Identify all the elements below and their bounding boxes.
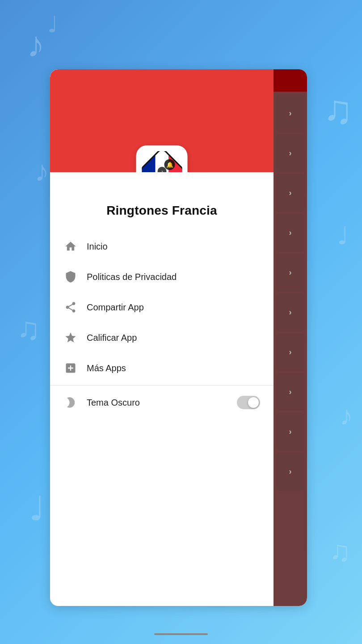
menu-label-privacidad: Politicas de Privacidad: [87, 272, 177, 282]
app-container: 🔔 📞 ♪ Ringtones Francia: [50, 69, 307, 606]
main-panel: 🔔 📞 ♪ Ringtones Francia: [50, 69, 274, 606]
toggle-knob: [248, 397, 259, 408]
menu-item-compartir[interactable]: Compartir App: [50, 292, 274, 322]
home-icon: [63, 239, 78, 254]
dark-mode-label: Tema Oscuro: [87, 398, 228, 408]
music-note-icon: ♩: [29, 492, 45, 525]
menu-item-mas-apps[interactable]: Más Apps: [50, 353, 274, 383]
music-note-icon: ♫: [17, 313, 41, 344]
menu-label-inicio: Inicio: [87, 242, 108, 252]
dark-mode-row[interactable]: Tema Oscuro: [50, 387, 274, 418]
app-title: Ringtones Francia: [50, 203, 274, 218]
moon-icon: [63, 395, 78, 410]
dark-mode-toggle[interactable]: [237, 396, 260, 409]
shield-icon: [63, 270, 78, 284]
scroll-item-8[interactable]: ›: [276, 373, 304, 411]
music-note-icon: ♩: [337, 224, 349, 248]
music-note-icon: ♩: [47, 13, 58, 36]
chevron-right-icon: ›: [289, 268, 292, 277]
svg-text:♪: ♪: [160, 169, 163, 173]
chevron-right-icon: ›: [289, 148, 292, 158]
menu-item-calificar[interactable]: Calificar App: [50, 322, 274, 353]
menu-item-inicio[interactable]: Inicio: [50, 231, 274, 262]
app-icon: 🔔 📞 ♪: [142, 151, 182, 173]
music-note-icon: ♪: [340, 402, 353, 429]
menu-label-compartir: Compartir App: [87, 302, 144, 313]
chevron-right-icon: ›: [289, 228, 292, 237]
scroll-item-5[interactable]: ›: [276, 254, 304, 292]
menu-list: Inicio Politicas de Privacidad Com: [50, 227, 274, 606]
app-icon-wrapper: 🔔 📞 ♪: [136, 145, 188, 172]
svg-text:🔔: 🔔: [166, 161, 173, 169]
menu-item-privacidad[interactable]: Politicas de Privacidad: [50, 262, 274, 292]
menu-divider: [50, 385, 274, 386]
share-icon: [63, 300, 78, 314]
music-note-icon: ♪: [35, 157, 50, 186]
music-note-icon: ♫: [323, 89, 354, 130]
chevron-right-icon: ›: [289, 347, 292, 357]
music-note-icon: ♪: [27, 27, 45, 63]
chevron-right-icon: ›: [289, 188, 292, 198]
scroll-item-4[interactable]: ›: [276, 214, 304, 252]
plus-square-icon: [63, 361, 78, 375]
scroll-item-6[interactable]: ›: [276, 293, 304, 331]
scroll-panel-header: [274, 69, 307, 92]
header-area: 🔔 📞 ♪: [50, 69, 274, 172]
menu-label-calificar: Calificar App: [87, 333, 137, 343]
scroll-item-3[interactable]: ›: [276, 174, 304, 212]
star-icon: [63, 330, 78, 345]
bottom-indicator: [154, 633, 208, 635]
scroll-item-10[interactable]: ›: [276, 453, 304, 491]
scroll-item-1[interactable]: ›: [276, 94, 304, 132]
music-note-icon: ♫: [329, 537, 351, 566]
chevron-right-icon: ›: [289, 427, 292, 436]
app-title-section: Ringtones Francia: [50, 172, 274, 227]
chevron-right-icon: ›: [289, 308, 292, 317]
chevron-right-icon: ›: [289, 109, 292, 118]
scroll-item-2[interactable]: ›: [276, 134, 304, 172]
menu-label-mas-apps: Más Apps: [87, 363, 126, 373]
scroll-panel: › › › › › › › › ›: [274, 69, 307, 606]
scroll-item-9[interactable]: ›: [276, 413, 304, 451]
chevron-right-icon: ›: [289, 387, 292, 397]
chevron-right-icon: ›: [289, 467, 292, 476]
scroll-item-7[interactable]: ›: [276, 333, 304, 371]
scroll-items-list: › › › › › › › › ›: [274, 92, 307, 606]
